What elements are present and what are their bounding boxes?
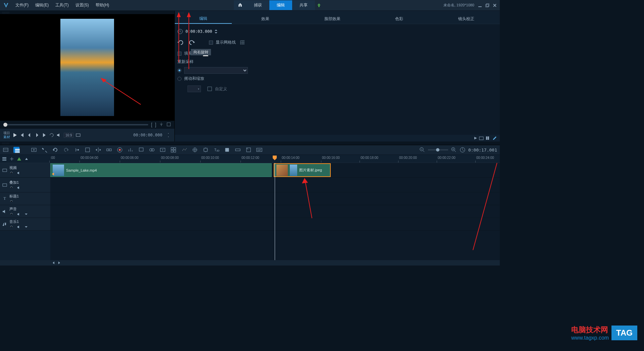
track-row-title[interactable]	[50, 192, 500, 205]
mode-share[interactable]: 共享	[292, 0, 315, 10]
track-list-icon[interactable]	[2, 157, 7, 161]
link-icon[interactable]	[9, 171, 13, 175]
track-row-music[interactable]	[50, 218, 500, 231]
preset-select[interactable]	[187, 85, 201, 92]
link-icon[interactable]	[9, 212, 13, 216]
mask-icon[interactable]	[224, 147, 230, 153]
loop-icon[interactable]	[49, 132, 54, 138]
chroma-icon[interactable]	[117, 147, 123, 153]
tab-color[interactable]: 色彩	[366, 14, 433, 24]
zoom-out-icon[interactable]	[419, 147, 425, 153]
mute-icon[interactable]	[17, 186, 21, 190]
chevron-down-icon[interactable]	[24, 212, 28, 216]
redo-icon[interactable]	[63, 147, 69, 153]
play-icon[interactable]	[12, 132, 17, 138]
color-grading-icon[interactable]	[235, 147, 241, 153]
audio-adjust-icon[interactable]	[127, 147, 133, 153]
scroll-left-icon[interactable]	[52, 261, 56, 265]
clip-image[interactable]: 图片素材.jpeg	[274, 163, 331, 177]
resize-icon[interactable]	[75, 132, 81, 138]
marker-icon[interactable]	[138, 147, 144, 153]
showgrid-checkbox[interactable]	[209, 41, 213, 45]
track-more-icon[interactable]	[24, 157, 29, 161]
track-row-overlay[interactable]	[50, 178, 500, 192]
split-clip-icon[interactable]	[95, 147, 101, 153]
track-header-video[interactable]: 视频	[0, 163, 50, 178]
ripple-icon[interactable]	[106, 147, 112, 153]
title-icon[interactable]: T	[160, 147, 166, 153]
track-header-music[interactable]: 音乐1	[0, 218, 50, 231]
timeline-view-icon[interactable]	[13, 147, 19, 153]
chevron-down-icon[interactable]	[24, 225, 28, 229]
storyboard-view-icon[interactable]	[3, 147, 9, 153]
pan-zoom-icon[interactable]	[246, 147, 252, 153]
mark-out-icon[interactable]: ]	[155, 122, 156, 127]
track-motion-icon[interactable]	[203, 147, 209, 153]
mode-home[interactable]	[234, 0, 247, 10]
mode-capture[interactable]: 捕获	[247, 0, 269, 10]
speed-icon[interactable]	[181, 147, 187, 153]
mode-edit[interactable]: 编辑	[269, 0, 292, 10]
customize-icon[interactable]	[207, 86, 212, 92]
track-header-overlay[interactable]: 叠加1	[0, 178, 50, 192]
tab-effects[interactable]: 效果	[232, 14, 299, 24]
panzoom-radio[interactable]	[177, 77, 181, 81]
player-mode-project[interactable]: 项目	[3, 131, 10, 135]
library-icon[interactable]	[486, 136, 490, 140]
trim-in-icon[interactable]	[74, 147, 80, 153]
track-row-sound[interactable]	[50, 205, 500, 218]
zoom-slider[interactable]	[428, 149, 448, 151]
menu-settings[interactable]: 设置(S)	[72, 2, 92, 8]
split-icon[interactable]	[159, 122, 164, 127]
track-add-icon[interactable]	[9, 157, 14, 161]
mute-icon[interactable]	[17, 171, 21, 175]
playhead[interactable]	[275, 163, 275, 260]
grid-icon[interactable]	[240, 40, 245, 45]
mark-in-icon[interactable]: [	[151, 122, 152, 127]
timeline-ruler[interactable]: :00 00:00:04:00 00:00:06:00 00:00:08:00 …	[50, 155, 500, 163]
mute-icon[interactable]	[17, 212, 21, 216]
track-header-sound[interactable]: 声音	[0, 205, 50, 218]
tab-lens[interactable]: 镜头校正	[433, 14, 500, 24]
prev-icon[interactable]	[19, 132, 25, 138]
scroll-right-icon[interactable]	[57, 261, 61, 265]
track-row-video[interactable]: Sample_Lake.mp4 图片素材.jpeg	[50, 163, 500, 178]
multicam-icon[interactable]	[170, 147, 176, 153]
expand-icon[interactable]	[166, 122, 171, 127]
step-back-icon[interactable]	[27, 132, 32, 138]
scrub-thumb[interactable]	[3, 123, 7, 127]
menu-file[interactable]: 文件(F)	[12, 2, 32, 8]
zoom-in-icon[interactable]	[451, 147, 457, 153]
aspect-select[interactable]: 16:9	[64, 133, 73, 138]
gif-icon[interactable]: GIF	[256, 147, 262, 153]
track-header-title[interactable]: T 标题1	[0, 192, 50, 205]
preview-viewport[interactable]	[0, 14, 174, 121]
menu-edit[interactable]: 编辑(E)	[32, 2, 52, 8]
drag-handle[interactable]: :::::::	[0, 11, 174, 14]
folder-icon[interactable]	[479, 136, 484, 140]
customize-label[interactable]: 自定义	[215, 86, 227, 92]
minimize-icon[interactable]	[478, 3, 482, 8]
expand-arrow-icon[interactable]	[474, 137, 477, 139]
menu-tools[interactable]: 工具(T)	[52, 2, 72, 8]
drag-handle-2[interactable]: :::::::	[175, 11, 500, 14]
track-options-icon[interactable]	[17, 157, 21, 161]
tab-face[interactable]: 脸部效果	[299, 14, 366, 24]
upload-icon[interactable]	[316, 3, 322, 8]
keepaspect-radio[interactable]	[177, 68, 181, 72]
stabilize-icon[interactable]	[192, 147, 198, 153]
edit-panel-icon[interactable]	[492, 136, 497, 140]
lock-icon[interactable]	[24, 171, 28, 175]
transition-icon[interactable]	[149, 147, 155, 153]
step-fwd-icon[interactable]	[34, 132, 40, 138]
player-mode-clip[interactable]: 素材	[3, 135, 10, 139]
crop-icon[interactable]	[85, 147, 91, 153]
volume-icon[interactable]	[56, 132, 62, 138]
spinner-arrows-icon[interactable]	[215, 30, 217, 34]
timeline-drag-handle[interactable]: :::::::	[0, 141, 500, 145]
zoom-thumb[interactable]	[436, 148, 439, 152]
link-icon[interactable]	[9, 186, 13, 190]
close-icon[interactable]	[492, 3, 497, 8]
menu-help[interactable]: 帮助(H)	[92, 2, 113, 8]
restore-icon[interactable]	[485, 3, 490, 8]
